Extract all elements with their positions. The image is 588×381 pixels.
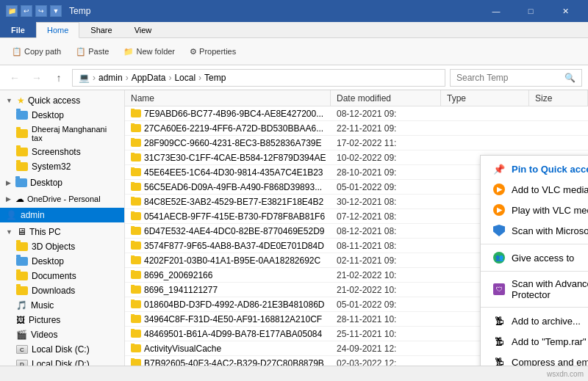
ctx-label: Scan with Advanced System Protector: [512, 278, 588, 300]
folder-icon: [131, 139, 141, 147]
col-header-date[interactable]: Date modified: [331, 90, 441, 106]
file-date: 05-01-2022 09:: [331, 182, 441, 192]
sidebar-onedrive-header[interactable]: ▶ ☁ OneDrive - Personal: [0, 192, 124, 206]
sidebar-thispc-header[interactable]: ▼ 🖥 This PC: [0, 224, 124, 239]
sidebar-item-downloads[interactable]: Downloads: [0, 283, 124, 298]
folder-icon: [131, 300, 141, 308]
file-name: 31C73E30-C1FF-4CAE-B584-12F879D394AE: [144, 153, 326, 163]
file-date: 21-02-2022 10:: [331, 285, 441, 295]
search-box[interactable]: 🔍: [450, 69, 582, 87]
sidebar-item-ddrive[interactable]: D Local Disk (D:): [0, 357, 124, 366]
breadcrumb-admin[interactable]: admin: [98, 73, 123, 83]
file-date: 07-12-2021 08:: [331, 211, 441, 222]
redo-icon[interactable]: ↪: [35, 5, 47, 17]
breadcrumb-appdata[interactable]: AppData: [132, 73, 166, 83]
music-icon: 🎵: [16, 300, 27, 311]
breadcrumb-computer-icon: 💻: [79, 73, 90, 83]
onedrive-icon: ☁: [15, 194, 24, 204]
folder-icon: [131, 344, 141, 352]
sidebar-admin-item[interactable]: 👤 admin: [0, 208, 124, 222]
sidebar-item-pictures[interactable]: 🖼 Pictures: [0, 313, 124, 327]
sidebar-item-cdrive[interactable]: C Local Disk (C:): [0, 342, 124, 357]
nav-back-button[interactable]: ←: [6, 69, 24, 87]
sidebar-item-system32[interactable]: System32: [0, 159, 124, 174]
file-date: 17-02-2022 11:: [331, 138, 441, 148]
search-input[interactable]: [456, 73, 562, 83]
ctx-vlc-playlist[interactable]: ▶ Add to VLC media player's Playlist: [481, 179, 588, 200]
file-date: 24-09-2021 12:: [331, 344, 441, 354]
ctx-add-temp-rar[interactable]: 🗜 Add to "Temp.rar": [481, 331, 588, 352]
address-bar: ← → ↑ 💻 › admin › AppData › Local › Temp…: [0, 65, 588, 90]
col-header-name[interactable]: Name: [125, 90, 331, 106]
sidebar-label: Documents: [32, 271, 76, 281]
sidebar-section-admin: 👤 admin: [0, 208, 124, 222]
sidebar-admin-label: admin: [21, 210, 45, 220]
ctx-compress-email[interactable]: 🗜 Compress and email...: [481, 352, 588, 366]
ctx-add-archive[interactable]: 🗜 Add to archive...: [481, 311, 588, 331]
tab-file[interactable]: File: [0, 22, 36, 37]
maximize-button[interactable]: □: [514, 0, 548, 22]
table-row[interactable]: 27CA60E6-2219-4FF6-A72D-BD530BBAA6... 22…: [125, 121, 588, 136]
table-row[interactable]: 7E9ABD66-BC77-4B96-9BC4-AE8E427200... 08…: [125, 106, 588, 121]
properties-icon[interactable]: ▼: [50, 5, 62, 17]
file-name: B7B92605-40E3-4AC2-B329-D27C80B8879B: [144, 358, 324, 366]
ctx-give-access[interactable]: 👥 Give access to ›: [481, 247, 588, 268]
chevron-icon: ▼: [6, 228, 12, 236]
ribbon-properties[interactable]: ⚙ Properties: [184, 45, 242, 59]
vlc-icon: ▶: [492, 183, 506, 196]
file-list: Name Date modified Type Size 7E9ABD66-BC…: [125, 90, 588, 366]
file-name: 84C8E52E-3AB2-4529-BE77-E3821F18E4B2: [144, 197, 323, 207]
folder-icon: [131, 109, 141, 117]
sidebar-label: Pictures: [29, 315, 60, 325]
title-bar: 📁 ↩ ↪ ▼ Temp — □ ✕: [0, 0, 588, 22]
file-date: 10-02-2022 09:: [331, 153, 441, 163]
folder-icon: [131, 212, 141, 220]
compress-email-icon: 🗜: [492, 355, 506, 366]
ribbon-new-folder[interactable]: 📁 New folder: [118, 45, 181, 59]
nav-up-button[interactable]: ↑: [50, 69, 68, 87]
sidebar-item-screenshots[interactable]: Screenshots: [0, 145, 124, 159]
sidebar-desktop-header[interactable]: ▶ Desktop: [0, 175, 124, 190]
tab-view[interactable]: View: [123, 22, 163, 37]
undo-icon[interactable]: ↩: [21, 5, 32, 17]
breadcrumb[interactable]: 💻 › admin › AppData › Local › Temp: [72, 69, 445, 87]
sidebar-desktop-label: Desktop: [30, 178, 62, 188]
drive-icon: D: [16, 360, 28, 366]
breadcrumb-temp[interactable]: Temp: [204, 73, 226, 83]
sidebar-item-documents[interactable]: Documents: [0, 269, 124, 283]
ctx-separator: [481, 307, 588, 308]
ctx-vlc-play[interactable]: ▶ Play with VLC media player: [481, 200, 588, 220]
pc-icon: 🖥: [17, 226, 26, 237]
ribbon-paste[interactable]: 📋 Paste: [70, 45, 115, 59]
minimize-button[interactable]: —: [479, 0, 513, 22]
sidebar-item-desktop-quick[interactable]: Desktop: [0, 108, 124, 123]
sidebar-quick-access-header[interactable]: ▼ ★ Quick access: [0, 93, 124, 108]
col-header-type[interactable]: Type: [441, 90, 529, 106]
chevron-icon: ▼: [6, 97, 12, 104]
ctx-pin-quick-access[interactable]: 📌 Pin to Quick access: [481, 159, 588, 179]
ctx-advanced-scan[interactable]: 🛡 Scan with Advanced System Protector: [481, 275, 588, 304]
sidebar-section-onedrive: ▶ ☁ OneDrive - Personal: [0, 192, 124, 206]
breadcrumb-local[interactable]: Local: [174, 73, 196, 83]
tab-home[interactable]: Home: [36, 22, 79, 38]
sidebar-item-dheeraj[interactable]: Dheeraj Manghanani tax: [0, 123, 124, 145]
tab-share[interactable]: Share: [79, 22, 123, 37]
sidebar-item-desktop-pc[interactable]: Desktop: [0, 254, 124, 269]
ribbon-copy-path[interactable]: 📋 Copy path: [6, 45, 67, 59]
ctx-label: Add to "Temp.rar": [512, 336, 587, 347]
col-header-size[interactable]: Size: [529, 90, 588, 106]
ctx-label: Add to archive...: [512, 316, 581, 327]
sidebar-label: Desktop: [32, 256, 64, 266]
sidebar-item-3dobjects[interactable]: 3D Objects: [0, 239, 124, 254]
sidebar: ▼ ★ Quick access Desktop Dheeraj Manghan…: [0, 90, 125, 366]
chevron-icon: ▶: [6, 195, 11, 203]
sidebar-item-music[interactable]: 🎵 Music: [0, 298, 124, 313]
close-button[interactable]: ✕: [548, 0, 582, 22]
sidebar-item-videos[interactable]: 🎬 Videos: [0, 327, 124, 342]
nav-forward-button[interactable]: →: [28, 69, 46, 87]
table-row[interactable]: 28F909CC-9660-4231-8EC3-B852836A739E 17-…: [125, 136, 588, 150]
folder-icon: [131, 256, 141, 264]
folder-icon: [16, 148, 28, 156]
ctx-defender-scan[interactable]: Scan with Microsoft Defender...: [481, 220, 588, 241]
file-date: 08-11-2021 08:: [331, 241, 441, 251]
